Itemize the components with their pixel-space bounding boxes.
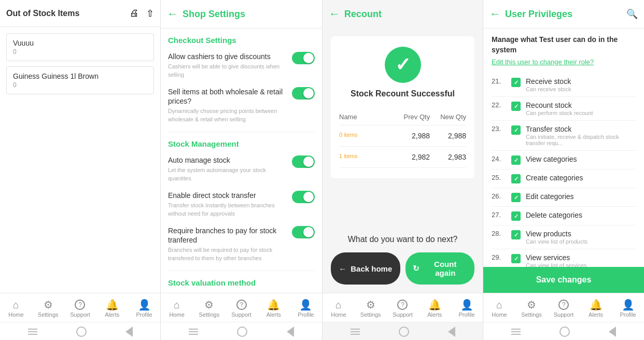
- panel3-title: Recount: [344, 9, 382, 20]
- recount-card: Stock Recount Successful Name Prev Qty N…: [331, 36, 474, 178]
- nav-profile-2[interactable]: 👤 Profile: [290, 298, 322, 320]
- privilege-name-21: Receive stock: [526, 77, 636, 86]
- toggle-direct-transfer[interactable]: [292, 191, 315, 203]
- privilege-checkbox-24[interactable]: [511, 155, 521, 165]
- back-home-button[interactable]: ← Back home: [331, 252, 400, 285]
- recount-row1-new: 2,988: [440, 132, 466, 140]
- privilege-num-24: 24.: [492, 155, 506, 163]
- privilege-item-22: 22. Recount stock Can perform stock reco…: [492, 97, 636, 121]
- nav-home-4[interactable]: ⌂ Home: [483, 298, 515, 320]
- privilege-checkbox-27[interactable]: [511, 211, 521, 221]
- nav-support-3[interactable]: ? Support: [387, 298, 419, 320]
- privilege-name-24: View categories: [526, 155, 636, 163]
- nav-home-3[interactable]: ⌂ Home: [323, 298, 355, 320]
- nav-support-1[interactable]: ? Support: [64, 298, 96, 320]
- search-icon[interactable]: 🔍: [626, 8, 638, 20]
- privilege-desc-28: Can view list of products: [526, 238, 636, 245]
- privilege-name-28: View products: [526, 230, 636, 238]
- nav-support-2[interactable]: ? Support: [225, 298, 257, 320]
- sys-bar-circle-2: [237, 327, 247, 337]
- divider-2: [168, 271, 315, 271]
- share-icon[interactable]: ⇧: [146, 8, 154, 19]
- nav-settings-4[interactable]: ⚙ Settings: [515, 298, 548, 320]
- panel4-back-arrow[interactable]: ←: [489, 7, 501, 21]
- recount-question: What do you want to do next?: [323, 226, 483, 252]
- settings-icon-4: ⚙: [527, 300, 536, 310]
- nav-alerts-4[interactable]: 🔔 Alerts: [580, 298, 612, 320]
- nav-alerts-1[interactable]: 🔔 Alerts: [96, 298, 128, 320]
- toggle-wholesale[interactable]: [292, 87, 315, 100]
- count-again-button[interactable]: ↻ Count again: [405, 252, 475, 285]
- panel2-back-arrow[interactable]: ←: [167, 7, 178, 21]
- privilege-checkbox-29[interactable]: [511, 254, 521, 263]
- nav-home-label-3: Home: [331, 311, 346, 318]
- privileges-content: Manage what Test user can do in the syst…: [483, 29, 644, 267]
- privilege-name-23: Transfer stock: [526, 125, 636, 133]
- sys-bar-triangle-3: [448, 327, 455, 337]
- nav-profile-4[interactable]: 👤 Profile: [612, 298, 644, 320]
- nav-settings-1[interactable]: ⚙ Settings: [32, 298, 64, 320]
- privilege-checkbox-22[interactable]: [511, 102, 521, 111]
- nav-settings-label-3: Settings: [360, 311, 381, 318]
- toggle-auto-stock[interactable]: [292, 155, 315, 168]
- nav-profile-label-3: Profile: [458, 311, 474, 318]
- privilege-item-27: 27. Delete categories: [492, 207, 636, 225]
- nav-support-4[interactable]: ? Support: [548, 298, 580, 320]
- panel1-header: Out of Stock Items 🖨 ⇧: [0, 0, 160, 27]
- nav-home-label-4: Home: [492, 311, 507, 318]
- nav-alerts-2[interactable]: 🔔 Alerts: [258, 298, 290, 320]
- nav-alerts-3[interactable]: 🔔 Alerts: [418, 298, 451, 320]
- nav-home-1[interactable]: ⌂ Home: [0, 298, 32, 320]
- profile-icon-2: 👤: [299, 300, 312, 310]
- setting-pay-stock: Require branches to pay for stock tranfe…: [168, 226, 315, 262]
- home-icon-3: ⌂: [335, 300, 342, 310]
- privilege-checkbox-21[interactable]: [511, 78, 521, 87]
- privilege-num-29: 29.: [492, 253, 506, 261]
- sys-bar-circle-3: [399, 327, 409, 337]
- print-icon[interactable]: 🖨: [130, 8, 139, 19]
- setting-discounts: Allow cashiers to give discounts Cashier…: [168, 52, 315, 79]
- sys-bar-circle: [76, 327, 87, 337]
- privilege-num-25: 25.: [492, 174, 506, 181]
- privilege-checkbox-23[interactable]: [511, 125, 521, 135]
- save-changes-button[interactable]: Save changes: [483, 267, 644, 293]
- home-icon-1: ⌂: [13, 300, 19, 310]
- divider-1: [168, 132, 315, 132]
- nav-support-label-1: Support: [70, 311, 90, 318]
- stock-item-2[interactable]: Guiness Guiness 1l Brown 0: [6, 66, 154, 94]
- sys-bar-lines: [28, 327, 37, 337]
- recount-row2-badge-area: 1 items: [339, 153, 357, 161]
- nav-profile-1[interactable]: 👤 Profile: [128, 298, 160, 320]
- toggle-pay-stock[interactable]: [292, 226, 315, 238]
- sys-bar-lines-4: [511, 327, 521, 337]
- setting-discounts-desc: Cashiers will be able to give discounts …: [168, 63, 286, 79]
- nav-alerts-label-2: Alerts: [267, 311, 281, 318]
- edit-user-link[interactable]: Edit this user to change their role?: [492, 58, 636, 66]
- nav-profile-3[interactable]: 👤 Profile: [451, 298, 483, 320]
- panel3-back-arrow[interactable]: ←: [329, 7, 340, 21]
- setting-auto-stock-title: Auto manage stock: [168, 155, 286, 165]
- nav-settings-2[interactable]: ⚙ Settings: [193, 298, 225, 320]
- nav-settings-label-1: Settings: [38, 311, 59, 318]
- stock-item-1[interactable]: Vuuuu 0: [6, 33, 154, 61]
- privilege-item-26: 26. Edit categories: [492, 188, 636, 207]
- setting-wholesale-desc: Dynamically choose pricing points betwee…: [168, 107, 286, 123]
- privilege-num-23: 23.: [492, 125, 506, 133]
- privilege-checkbox-28[interactable]: [511, 230, 521, 239]
- nav-home-2[interactable]: ⌂ Home: [161, 298, 193, 320]
- privilege-desc-23: Can initiate, receive & dispatch stock t…: [526, 134, 636, 146]
- privilege-desc-22: Can perform stock recount: [526, 110, 636, 116]
- profile-icon-1: 👤: [138, 300, 151, 310]
- toggle-discounts[interactable]: [292, 52, 315, 64]
- nav-support-label-2: Support: [231, 311, 251, 318]
- privilege-checkbox-25[interactable]: [511, 174, 521, 183]
- setting-pay-stock-title: Require branches to pay for stock tranfe…: [168, 226, 286, 245]
- recount-row2-badge: 1 items: [339, 153, 357, 159]
- nav-settings-3[interactable]: ⚙ Settings: [355, 298, 387, 320]
- col-prev: Prev Qty: [404, 113, 430, 121]
- privilege-text-24: View categories: [526, 155, 636, 163]
- stock-item-name-2: Guiness Guiness 1l Brown: [13, 72, 147, 80]
- privilege-checkbox-26[interactable]: [511, 193, 521, 202]
- privilege-desc-21: Can receive stock: [526, 86, 636, 92]
- privilege-item-23: 23. Transfer stock Can initiate, receive…: [492, 121, 636, 151]
